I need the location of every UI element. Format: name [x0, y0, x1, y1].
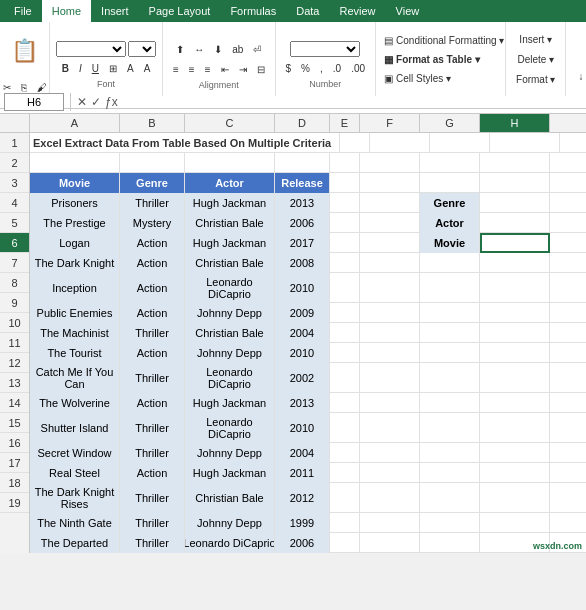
cell-g5[interactable]: Actor	[420, 213, 480, 233]
col-header-e[interactable]: E	[330, 114, 360, 132]
decrease-indent-button[interactable]: ⇤	[217, 60, 233, 78]
cell-f16[interactable]	[360, 463, 420, 483]
header-release[interactable]: Release	[275, 173, 330, 193]
cell-f7[interactable]	[360, 253, 420, 273]
cell-e6[interactable]	[330, 233, 360, 253]
row-num-10[interactable]: 10	[0, 313, 29, 333]
cell-genre-19[interactable]: Thriller	[120, 533, 185, 553]
cell-movie-14[interactable]: Shutter Island	[30, 413, 120, 443]
col-header-f[interactable]: F	[360, 114, 420, 132]
cell-g8[interactable]	[420, 273, 480, 303]
row-num-11[interactable]: 11	[0, 333, 29, 353]
cell-h8[interactable]	[480, 273, 550, 303]
cell-year-17[interactable]: 2012	[275, 483, 330, 513]
cell-h7[interactable]	[480, 253, 550, 273]
cell-e19[interactable]	[330, 533, 360, 553]
cell-year-10[interactable]: 2004	[275, 323, 330, 343]
cell-e8[interactable]	[330, 273, 360, 303]
header-movie[interactable]: Movie	[30, 173, 120, 193]
text-direction-button[interactable]: ab	[228, 40, 247, 58]
cell-actor-17[interactable]: Christian Bale	[185, 483, 275, 513]
cell-actor-12[interactable]: Leonardo DiCaprio	[185, 363, 275, 393]
cell-e9[interactable]	[330, 303, 360, 323]
cell-f18[interactable]	[360, 513, 420, 533]
cell-movie-6[interactable]: Logan	[30, 233, 120, 253]
cell-actor-14[interactable]: Leonardo DiCaprio	[185, 413, 275, 443]
tab-file[interactable]: File	[4, 0, 42, 22]
cell-movie-10[interactable]: The Machinist	[30, 323, 120, 343]
confirm-formula-icon[interactable]: ✓	[91, 95, 101, 109]
cell-e10[interactable]	[330, 323, 360, 343]
cell-g1[interactable]	[430, 133, 490, 153]
cell-f9[interactable]	[360, 303, 420, 323]
cell-genre-18[interactable]: Thriller	[120, 513, 185, 533]
percent-button[interactable]: %	[297, 59, 314, 77]
cell-actor-6[interactable]: Hugh Jackman	[185, 233, 275, 253]
row-num-14[interactable]: 14	[0, 393, 29, 413]
cell-g12[interactable]	[420, 363, 480, 393]
cell-actor-4[interactable]: Hugh Jackman	[185, 193, 275, 213]
align-left-button[interactable]: ≡	[169, 60, 183, 78]
cell-year-18[interactable]: 1999	[275, 513, 330, 533]
delete-button[interactable]: Delete ▾	[513, 50, 558, 68]
row-num-12[interactable]: 12	[0, 353, 29, 373]
cell-f14[interactable]	[360, 413, 420, 443]
cell-movie-16[interactable]: Real Steel	[30, 463, 120, 483]
row-num-1[interactable]: 1	[0, 133, 29, 153]
cell-e14[interactable]	[330, 413, 360, 443]
cell-h13[interactable]	[480, 393, 550, 413]
row-num-18[interactable]: 18	[0, 473, 29, 493]
col-header-c[interactable]: C	[185, 114, 275, 132]
increase-decimal-button[interactable]: .00	[347, 59, 369, 77]
cell-movie-7[interactable]: The Dark Knight	[30, 253, 120, 273]
tab-insert[interactable]: Insert	[91, 0, 139, 22]
row-num-6[interactable]: 6	[0, 233, 29, 253]
cell-genre-14[interactable]: Thriller	[120, 413, 185, 443]
cell-f11[interactable]	[360, 343, 420, 363]
cell-genre-4[interactable]: Thriller	[120, 193, 185, 213]
col-header-a[interactable]: A	[30, 114, 120, 132]
tab-page-layout[interactable]: Page Layout	[139, 0, 221, 22]
paste-button[interactable]: 📋	[7, 24, 43, 78]
cell-h2[interactable]	[480, 153, 550, 173]
cell-actor-15[interactable]: Johnny Depp	[185, 443, 275, 463]
cell-g6[interactable]: Movie	[420, 233, 480, 253]
cell-year-19[interactable]: 2006	[275, 533, 330, 553]
cell-g9[interactable]	[420, 303, 480, 323]
border-button[interactable]: ⊞	[105, 59, 121, 77]
cell-g19[interactable]	[420, 533, 480, 553]
align-right-button[interactable]: ≡	[201, 60, 215, 78]
cell-actor-7[interactable]: Christian Bale	[185, 253, 275, 273]
cell-f1[interactable]	[370, 133, 430, 153]
cell-genre-17[interactable]: Thriller	[120, 483, 185, 513]
cell-year-6[interactable]: 2017	[275, 233, 330, 253]
align-middle-button[interactable]: ↔	[190, 40, 208, 58]
cell-movie-9[interactable]: Public Enemies	[30, 303, 120, 323]
cell-g10[interactable]	[420, 323, 480, 343]
decrease-decimal-button[interactable]: .0	[329, 59, 345, 77]
row-num-13[interactable]: 13	[0, 373, 29, 393]
number-format-select[interactable]	[290, 41, 360, 57]
cell-actor-18[interactable]: Johnny Depp	[185, 513, 275, 533]
tab-review[interactable]: Review	[329, 0, 385, 22]
conditional-formatting-button[interactable]: ▤ Conditional Formatting ▾	[380, 31, 501, 49]
formula-input[interactable]	[122, 96, 582, 108]
header-actor[interactable]: Actor	[185, 173, 275, 193]
cell-f12[interactable]	[360, 363, 420, 393]
wrap-text-button[interactable]: ⏎	[249, 40, 265, 58]
cell-f8[interactable]	[360, 273, 420, 303]
cell-actor-16[interactable]: Hugh Jackman	[185, 463, 275, 483]
format-as-table-button[interactable]: ▦ Format as Table ▾	[380, 50, 501, 68]
cell-g2[interactable]	[420, 153, 480, 173]
cell-year-16[interactable]: 2011	[275, 463, 330, 483]
cell-g15[interactable]	[420, 443, 480, 463]
cell-e12[interactable]	[330, 363, 360, 393]
row-num-4[interactable]: 4	[0, 193, 29, 213]
cell-e11[interactable]	[330, 343, 360, 363]
col-header-g[interactable]: G	[420, 114, 480, 132]
cell-year-5[interactable]: 2006	[275, 213, 330, 233]
cell-movie-19[interactable]: The Departed	[30, 533, 120, 553]
row-num-16[interactable]: 16	[0, 433, 29, 453]
cell-movie-11[interactable]: The Tourist	[30, 343, 120, 363]
cell-f4[interactable]	[360, 193, 420, 213]
